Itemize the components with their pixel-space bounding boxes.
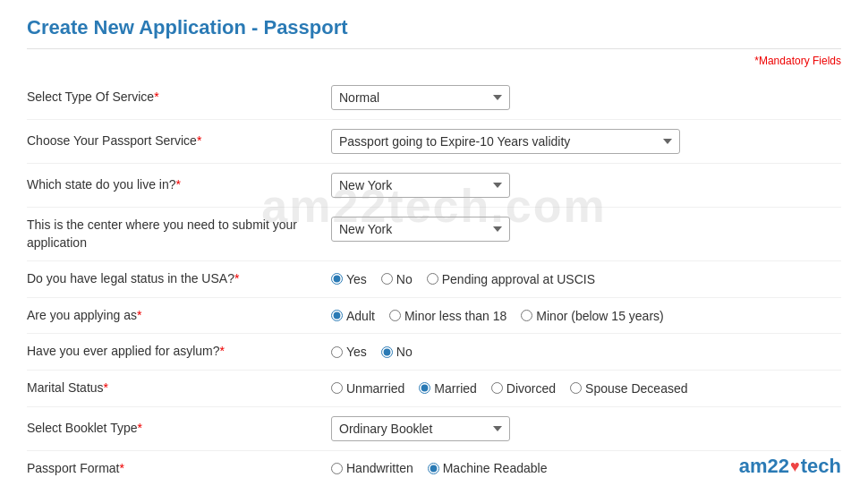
radio-label-legal-status-pending: Pending approval at USCIS: [442, 272, 595, 286]
radio-input-legal-status-no[interactable]: [381, 273, 393, 285]
field-label-passport-format: Passport Format*: [27, 460, 331, 478]
field-control-marital-status: UnmarriedMarriedDivorcedSpouse Deceased: [331, 381, 841, 396]
form-area: Select Type Of Service*NormalTatkalChoos…: [27, 76, 841, 486]
radio-input-applying-as-minor18[interactable]: [389, 310, 401, 321]
mandatory-note: *Mandatory Fields: [27, 55, 841, 67]
select-type-of-service[interactable]: NormalTatkal: [331, 85, 510, 110]
field-label-passport-service: Choose Your Passport Service*: [27, 132, 331, 150]
field-control-applying-as: AdultMinor less than 18Minor (below 15 y…: [331, 309, 841, 323]
radio-item-legal-status-no[interactable]: No: [381, 272, 413, 286]
radio-item-passport-format-machine[interactable]: Machine Readable: [428, 461, 548, 475]
form-row-legal-status: Do you have legal status in the USA?*Yes…: [27, 261, 841, 298]
page-container: Create New Application - Passport *Manda…: [0, 0, 868, 486]
radio-item-legal-status-pending[interactable]: Pending approval at USCIS: [427, 272, 595, 286]
radio-label-marital-status-married: Married: [434, 381, 476, 396]
radio-label-marital-status-unmarried: Unmarried: [346, 381, 404, 396]
radio-item-asylum-yes[interactable]: Yes: [331, 345, 367, 359]
field-label-marital-status: Marital Status*: [27, 379, 331, 397]
field-control-submit-center: New YorkLos AngelesHouston: [331, 217, 841, 242]
radio-item-applying-as-adult[interactable]: Adult: [331, 309, 375, 323]
radio-item-marital-status-divorced[interactable]: Divorced: [491, 381, 556, 396]
field-control-passport-service: Passport going to Expire-10 Years validi…: [331, 129, 841, 154]
branding-prefix: am22: [739, 455, 789, 478]
radio-label-applying-as-minor18: Minor less than 18: [404, 309, 506, 323]
radio-input-marital-status-unmarried[interactable]: [331, 382, 343, 394]
radio-input-applying-as-adult[interactable]: [331, 310, 343, 321]
radio-item-passport-format-handwritten[interactable]: Handwritten: [331, 461, 413, 475]
field-control-asylum: YesNo: [331, 345, 841, 359]
form-row-submit-center: This is the center where you need to sub…: [27, 208, 841, 261]
form-row-state: Which state do you live in?*New YorkCali…: [27, 164, 841, 208]
radio-group-asylum: YesNo: [331, 345, 413, 359]
field-control-legal-status: YesNoPending approval at USCIS: [331, 272, 841, 286]
field-label-state: Which state do you live in?*: [27, 176, 331, 194]
radio-item-applying-as-minor15[interactable]: Minor (below 15 years): [521, 309, 663, 323]
form-row-booklet-type: Select Booklet Type*Ordinary BookletOffi…: [27, 407, 841, 451]
form-row-passport-format: Passport Format*HandwrittenMachine Reada…: [27, 451, 841, 486]
branding-heart: ♥: [790, 457, 800, 476]
radio-label-legal-status-no: No: [396, 272, 413, 286]
select-passport-service[interactable]: Passport going to Expire-10 Years validi…: [331, 129, 680, 154]
radio-item-marital-status-married[interactable]: Married: [419, 381, 476, 396]
field-control-state: New YorkCaliforniaTexas: [331, 173, 841, 198]
form-row-applying-as: Are you applying as*AdultMinor less than…: [27, 298, 841, 335]
radio-label-applying-as-minor15: Minor (below 15 years): [536, 309, 663, 323]
field-label-legal-status: Do you have legal status in the USA?*: [27, 270, 331, 288]
radio-input-legal-status-pending[interactable]: [427, 273, 438, 285]
radio-input-passport-format-machine[interactable]: [428, 463, 439, 474]
radio-label-marital-status-spouse-deceased: Spouse Deceased: [585, 381, 687, 396]
radio-group-marital-status: UnmarriedMarriedDivorcedSpouse Deceased: [331, 381, 688, 396]
radio-input-marital-status-married[interactable]: [419, 382, 430, 394]
radio-input-legal-status-yes[interactable]: [331, 273, 343, 285]
form-row-marital-status: Marital Status*UnmarriedMarriedDivorcedS…: [27, 371, 841, 407]
radio-group-legal-status: YesNoPending approval at USCIS: [331, 272, 595, 286]
branding-suffix: tech: [801, 455, 841, 478]
radio-input-asylum-no[interactable]: [381, 346, 393, 358]
radio-label-legal-status-yes: Yes: [346, 272, 367, 286]
radio-label-passport-format-machine: Machine Readable: [443, 461, 548, 475]
select-booklet-type[interactable]: Ordinary BookletOfficial BookletDiplomat…: [331, 416, 510, 441]
field-label-applying-as: Are you applying as*: [27, 307, 331, 325]
field-control-booklet-type: Ordinary BookletOfficial BookletDiplomat…: [331, 416, 841, 441]
field-label-submit-center: This is the center where you need to sub…: [27, 217, 331, 252]
radio-group-passport-format: HandwrittenMachine Readable: [331, 461, 547, 475]
radio-label-asylum-yes: Yes: [346, 345, 367, 359]
radio-label-passport-format-handwritten: Handwritten: [346, 461, 413, 475]
radio-input-applying-as-minor15[interactable]: [521, 310, 532, 321]
field-label-type-of-service: Select Type Of Service*: [27, 89, 331, 107]
field-label-booklet-type: Select Booklet Type*: [27, 420, 331, 438]
radio-item-asylum-no[interactable]: No: [381, 345, 413, 359]
radio-item-marital-status-spouse-deceased[interactable]: Spouse Deceased: [570, 381, 687, 396]
select-state[interactable]: New YorkCaliforniaTexas: [331, 173, 510, 198]
radio-input-passport-format-handwritten[interactable]: [331, 463, 343, 474]
page-title: Create New Application - Passport: [27, 16, 841, 49]
radio-input-marital-status-divorced[interactable]: [491, 382, 503, 394]
branding-logo: am22♥tech: [739, 455, 841, 478]
radio-item-marital-status-unmarried[interactable]: Unmarried: [331, 381, 404, 396]
field-control-type-of-service: NormalTatkal: [331, 85, 841, 110]
radio-label-asylum-no: No: [396, 345, 413, 359]
form-row-asylum: Have you ever applied for asylum?*YesNo: [27, 334, 841, 371]
radio-input-marital-status-spouse-deceased[interactable]: [570, 382, 582, 394]
radio-input-asylum-yes[interactable]: [331, 346, 343, 358]
form-row-type-of-service: Select Type Of Service*NormalTatkal: [27, 76, 841, 120]
field-label-asylum: Have you ever applied for asylum?*: [27, 343, 331, 361]
radio-item-applying-as-minor18[interactable]: Minor less than 18: [389, 309, 506, 323]
form-row-passport-service: Choose Your Passport Service*Passport go…: [27, 120, 841, 164]
radio-label-marital-status-divorced: Divorced: [506, 381, 556, 396]
radio-item-legal-status-yes[interactable]: Yes: [331, 272, 367, 286]
radio-label-applying-as-adult: Adult: [346, 309, 375, 323]
select-submit-center[interactable]: New YorkLos AngelesHouston: [331, 217, 510, 242]
radio-group-applying-as: AdultMinor less than 18Minor (below 15 y…: [331, 309, 664, 323]
